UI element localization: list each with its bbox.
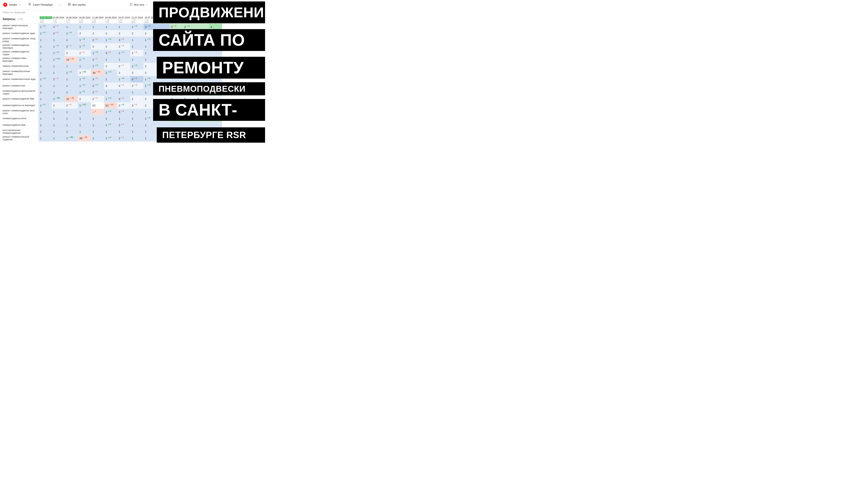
position-cell[interactable] <box>209 83 222 89</box>
position-cell[interactable]: 5-2 <box>170 24 183 30</box>
position-cell[interactable]: 1+1 <box>39 30 52 37</box>
position-cell[interactable]: 1 <box>52 122 65 128</box>
position-cell[interactable]: 1 <box>39 109 52 116</box>
position-cell[interactable]: 3 <box>196 96 209 102</box>
position-cell[interactable]: 4 <box>209 24 222 30</box>
position-cell[interactable]: 1+1 <box>52 50 65 56</box>
position-cell[interactable] <box>196 83 209 89</box>
position-cell[interactable]: 1+38 <box>65 135 78 141</box>
position-cell[interactable] <box>170 30 183 37</box>
position-cell[interactable]: 15-14 <box>65 56 78 63</box>
position-cell[interactable]: 1 <box>144 128 157 135</box>
query-row[interactable]: ремонт пневмоподвески туарег <box>0 50 38 56</box>
position-cell[interactable] <box>196 109 209 116</box>
position-cell[interactable]: 1 <box>39 128 52 135</box>
position-cell[interactable]: 1+2 <box>104 109 117 116</box>
position-cell[interactable]: 1 <box>52 83 65 89</box>
position-cell[interactable]: 2-1 <box>117 122 130 128</box>
position-cell[interactable]: 1+1 <box>78 37 91 43</box>
position-cell[interactable] <box>209 135 222 141</box>
position-cell[interactable]: --x <box>91 109 104 116</box>
position-cell[interactable]: 2-1 <box>91 56 104 63</box>
position-cell[interactable]: 2-1 <box>117 43 130 50</box>
position-cell[interactable]: 2-1 <box>52 24 65 30</box>
position-cell[interactable]: 1 <box>130 56 144 63</box>
position-cell[interactable]: 1+2 <box>91 50 104 56</box>
position-cell[interactable]: 2 <box>144 63 157 69</box>
position-cell[interactable] <box>209 122 222 128</box>
position-cell[interactable] <box>209 56 222 63</box>
position-cell[interactable]: 1 <box>65 76 78 83</box>
position-cell[interactable]: 1+1 <box>130 63 144 69</box>
date-column-header[interactable]: 11.08.20241-1065% <box>91 15 104 24</box>
position-cell[interactable]: 3+1 <box>183 24 196 30</box>
position-cell[interactable] <box>183 122 196 128</box>
position-cell[interactable]: 47 <box>183 89 196 96</box>
position-cell[interactable] <box>183 135 196 141</box>
position-cell[interactable]: 1+1 <box>65 30 78 37</box>
position-cell[interactable]: 2 <box>183 30 196 37</box>
position-cell[interactable]: 39-38 <box>78 135 91 141</box>
position-cell[interactable]: 1 <box>91 128 104 135</box>
position-cell[interactable] <box>170 128 183 135</box>
position-cell[interactable]: 2 <box>144 102 157 109</box>
position-cell[interactable]: 2-1 <box>65 102 78 109</box>
position-cell[interactable]: 2 <box>91 43 104 50</box>
position-cell[interactable] <box>209 96 222 102</box>
position-cell[interactable] <box>196 135 209 141</box>
position-cell[interactable]: 1 <box>130 122 144 128</box>
position-cell[interactable]: 1 <box>130 109 144 116</box>
position-cell[interactable] <box>183 128 196 135</box>
tags-selector[interactable]: Все теги <box>128 2 150 7</box>
position-cell[interactable]: 1 <box>144 122 157 128</box>
position-cell[interactable]: 1 <box>39 63 52 69</box>
position-cell[interactable]: 2-1 <box>52 30 65 37</box>
position-cell[interactable] <box>183 69 196 76</box>
position-cell[interactable]: 1+1 <box>52 43 65 50</box>
position-cell[interactable] <box>157 63 170 69</box>
position-cell[interactable]: 1 <box>52 89 65 96</box>
position-cell[interactable]: 1 <box>130 89 144 96</box>
position-cell[interactable]: 1+2 <box>117 76 130 83</box>
position-cell[interactable] <box>157 122 170 128</box>
position-cell[interactable]: 1 <box>39 56 52 63</box>
position-cell[interactable]: 1 <box>52 109 65 116</box>
position-cell[interactable]: 1+3 <box>144 83 157 89</box>
position-cell[interactable]: 1 <box>65 89 78 96</box>
position-cell[interactable] <box>196 128 209 135</box>
position-cell[interactable]: 1+1 <box>78 56 91 63</box>
query-row[interactable]: пневмоподвеска bmw <box>0 116 38 122</box>
position-cell[interactable]: 1 <box>144 109 157 116</box>
position-cell[interactable]: 2-1 <box>65 43 78 50</box>
position-cell[interactable]: 2 <box>130 30 144 37</box>
position-cell[interactable] <box>157 109 170 116</box>
position-cell[interactable] <box>209 76 222 83</box>
position-cell[interactable] <box>157 69 170 76</box>
position-cell[interactable] <box>157 30 170 37</box>
position-cell[interactable]: 1 <box>117 24 130 30</box>
position-cell[interactable]: 1 <box>117 128 130 135</box>
position-cell[interactable]: 1 <box>52 116 65 122</box>
query-row[interactable]: пневмоподвеска на мерседес <box>0 102 38 109</box>
position-cell[interactable] <box>209 43 222 50</box>
position-cell[interactable]: 1+1 <box>144 37 157 43</box>
position-cell[interactable] <box>157 89 170 96</box>
position-cell[interactable] <box>209 30 222 37</box>
groups-selector[interactable]: Все группы <box>66 2 88 7</box>
position-cell[interactable]: 2-1 <box>130 50 144 56</box>
position-cell[interactable]: 1 <box>78 24 91 30</box>
position-cell[interactable] <box>183 63 196 69</box>
position-cell[interactable] <box>183 76 196 83</box>
position-cell[interactable]: 1 <box>39 83 52 89</box>
query-row[interactable]: ремонт пневматической подвески <box>0 135 38 141</box>
position-cell[interactable]: 1+1 <box>65 69 78 76</box>
position-cell[interactable]: 2-1 <box>117 63 130 69</box>
query-row[interactable]: пневмоподвеска бмв <box>0 122 38 128</box>
position-cell[interactable]: 2-1 <box>78 50 91 56</box>
position-cell[interactable]: 1 <box>39 122 52 128</box>
position-cell[interactable]: 62 <box>91 102 104 109</box>
position-cell[interactable]: 1 <box>130 43 144 50</box>
position-cell[interactable]: 2 <box>52 102 65 109</box>
position-cell[interactable] <box>209 116 222 122</box>
position-cell[interactable]: 1 <box>104 116 117 122</box>
